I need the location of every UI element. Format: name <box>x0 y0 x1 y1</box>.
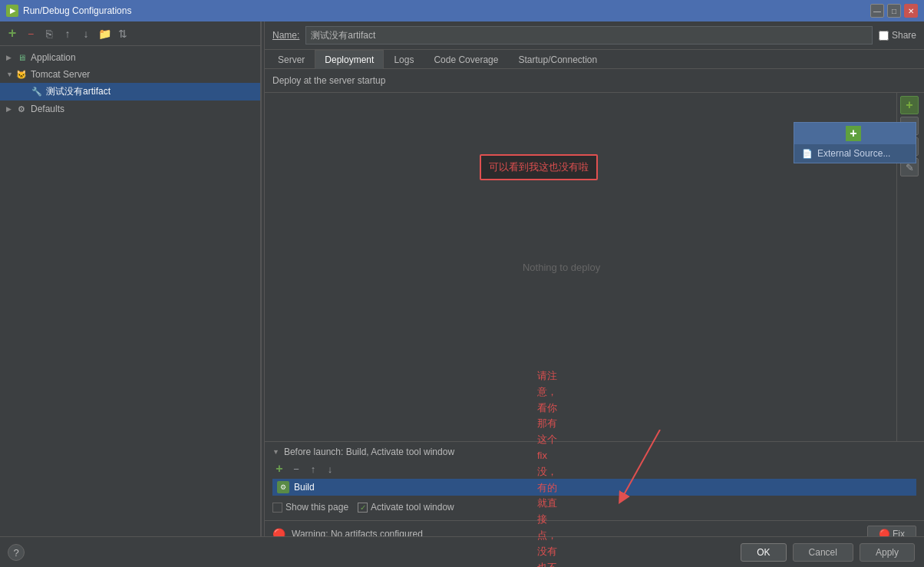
tabs-row: Server Deployment Logs Code Coverage Sta… <box>265 50 924 69</box>
tree-item-label: 测试没有artifact <box>46 85 111 98</box>
bl-up-button[interactable]: ↑ <box>306 462 320 476</box>
tree-item-artifact[interactable]: 🔧 测试没有artifact <box>0 83 260 101</box>
before-launch-title: Before launch: Build, Activate tool wind… <box>284 447 454 457</box>
bl-remove-button[interactable]: − <box>289 462 303 476</box>
annotation-text-1: 可以看到我这也没有啦 <box>489 161 589 173</box>
external-source-dropdown: + 📄 External Source... <box>794 122 916 163</box>
show-page-item: Show this page <box>272 502 348 513</box>
sort-button[interactable]: ⇅ <box>115 26 130 41</box>
ext-src-header: + <box>794 123 916 144</box>
window-title: Run/Debug Configurations <box>23 5 870 16</box>
ext-src-icon: 📄 <box>802 149 813 159</box>
add-deployment-button[interactable]: + <box>900 96 919 114</box>
show-page-checkbox[interactable] <box>272 503 282 513</box>
tomcat-icon: 🐱 <box>15 68 28 81</box>
build-icon: ⚙ <box>277 481 289 493</box>
deploy-header-text: Deploy at the server startup <box>272 75 385 86</box>
annotation-box-1: 可以看到我这也没有啦 <box>480 154 598 180</box>
main-container: + − ⎘ ↑ ↓ 📁 ⇅ ▶ 🖥 Application ▼ 🐱 Tomcat… <box>0 21 924 536</box>
cancel-button[interactable]: Cancel <box>793 543 853 562</box>
bottom-bar: ? OK Cancel Apply <box>0 536 924 567</box>
deployment-content: Deploy at the server startup Nothing to … <box>265 69 924 536</box>
maximize-button[interactable]: □ <box>887 4 901 18</box>
bl-down-button[interactable]: ↓ <box>323 462 337 476</box>
tree-item-label: Tomcat Server <box>31 69 90 80</box>
external-source-item[interactable]: 📄 External Source... <box>794 144 916 163</box>
tree-item-tomcat[interactable]: ▼ 🐱 Tomcat Server <box>0 66 260 83</box>
checkboxes-row: Show this page ✓ Activate tool window <box>272 499 916 516</box>
build-row[interactable]: ⚙ Build <box>272 479 916 496</box>
window-controls[interactable]: — □ ✕ <box>870 4 918 18</box>
close-button[interactable]: ✕ <box>904 4 918 18</box>
title-bar: ▶ Run/Debug Configurations — □ ✕ <box>0 0 924 21</box>
tree-item-label: Defaults <box>31 104 64 114</box>
before-launch-toolbar: + − ↑ ↓ <box>272 462 916 476</box>
add-config-button[interactable]: + <box>5 26 20 41</box>
app-icon: ▶ <box>6 5 18 17</box>
show-page-label: Show this page <box>285 502 348 513</box>
remove-config-button[interactable]: − <box>23 26 38 41</box>
before-launch-arrow-icon: ▼ <box>272 448 279 456</box>
name-label: Name: <box>272 30 299 41</box>
fix-button[interactable]: 🔴 Fix <box>867 526 916 536</box>
nothing-to-deploy-label: Nothing to deploy <box>523 262 600 273</box>
tab-startup-connection[interactable]: Startup/Connection <box>508 50 607 69</box>
application-icon: 🖥 <box>15 51 28 64</box>
warning-text: Warning: No artifacts configured <box>292 529 423 536</box>
fix-label: 🔴 Fix <box>879 529 905 536</box>
defaults-icon: ⚙ <box>15 103 28 115</box>
right-panel: Name: Share Server Deployment Logs Code … <box>265 21 924 536</box>
bl-add-button[interactable]: + <box>272 462 286 476</box>
tab-deployment[interactable]: Deployment <box>315 50 384 69</box>
move-up-button[interactable]: ↑ <box>60 26 75 41</box>
activate-tool-label: Activate tool window <box>371 502 454 513</box>
ok-button[interactable]: OK <box>741 543 786 562</box>
build-label: Build <box>294 482 315 493</box>
checkmark-icon: ✓ <box>358 503 367 512</box>
move-down-button[interactable]: ↓ <box>78 26 94 41</box>
activate-tool-checkbox[interactable]: ✓ <box>358 503 368 513</box>
activate-tool-item: ✓ Activate tool window <box>358 502 454 513</box>
tree-item-application[interactable]: ▶ 🖥 Application <box>0 49 260 66</box>
share-label: Share <box>892 30 916 41</box>
warning-icon: 🔴 <box>272 528 285 536</box>
help-button[interactable]: ? <box>8 544 25 561</box>
external-source-label: External Source... <box>817 148 890 159</box>
tree-item-label: Application <box>31 52 76 63</box>
tree-item-defaults[interactable]: ▶ ⚙ Defaults <box>0 101 260 117</box>
name-row: Name: Share <box>265 21 924 50</box>
deploy-area: Nothing to deploy 可以看到我这也没有啦 + ↓ ↑ ✎ + <box>265 93 924 441</box>
tree-arrow: ▶ <box>6 105 15 113</box>
warning-row: 🔴 Warning: No artifacts configured 🔴 Fix <box>265 520 924 536</box>
share-row: Share <box>879 30 916 41</box>
folder-button[interactable]: 📁 <box>97 26 112 41</box>
ext-src-plus-icon: + <box>846 126 861 141</box>
share-checkbox[interactable] <box>879 31 889 41</box>
tab-server[interactable]: Server <box>268 50 315 69</box>
artifact-icon: 🔧 <box>31 86 43 98</box>
tab-logs[interactable]: Logs <box>384 50 424 69</box>
copy-config-button[interactable]: ⎘ <box>41 26 57 41</box>
apply-button[interactable]: Apply <box>860 543 915 562</box>
tab-code-coverage[interactable]: Code Coverage <box>424 50 508 69</box>
deploy-header: Deploy at the server startup <box>265 69 924 93</box>
config-tree: ▶ 🖥 Application ▼ 🐱 Tomcat Server 🔧 测试没有… <box>0 46 260 536</box>
before-launch-header[interactable]: ▼ Before launch: Build, Activate tool wi… <box>272 447 916 457</box>
tree-arrow: ▶ <box>6 54 15 61</box>
tree-arrow: ▼ <box>6 71 15 78</box>
left-panel: + − ⎘ ↑ ↓ 📁 ⇅ ▶ 🖥 Application ▼ 🐱 Tomcat… <box>0 21 261 536</box>
left-toolbar: + − ⎘ ↑ ↓ 📁 ⇅ <box>0 21 260 46</box>
name-input[interactable] <box>305 26 873 45</box>
minimize-button[interactable]: — <box>870 4 884 18</box>
before-launch-section: ▼ Before launch: Build, Activate tool wi… <box>265 441 924 520</box>
